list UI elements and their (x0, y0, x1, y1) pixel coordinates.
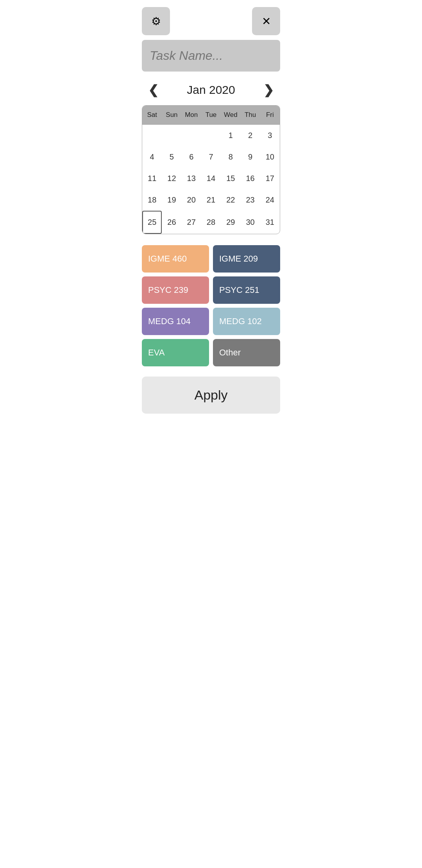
close-button[interactable]: ✕ (252, 7, 280, 35)
calendar-day-cell[interactable]: 26 (162, 211, 181, 234)
gear-icon: ⚙ (151, 15, 161, 28)
calendar-day-cell[interactable]: 24 (260, 189, 280, 211)
calendar-day-cell[interactable]: 23 (240, 189, 260, 211)
calendar-day-cell[interactable]: 13 (182, 168, 201, 189)
calendar-header: SatSunMonTueWedThuFri (142, 106, 280, 125)
category-button-psyc239[interactable]: PSYC 239 (142, 276, 209, 304)
month-navigation: ❮ Jan 2020 ❯ (135, 78, 287, 102)
calendar-day-cell[interactable]: 30 (240, 211, 260, 234)
calendar-empty-cell (142, 125, 162, 146)
calendar-day-header: Fri (260, 106, 280, 124)
calendar-day-cell[interactable]: 8 (221, 146, 240, 168)
month-title: Jan 2020 (187, 83, 235, 97)
calendar-day-cell[interactable]: 4 (142, 146, 162, 168)
settings-button[interactable]: ⚙ (142, 7, 170, 35)
calendar-day-cell[interactable]: 19 (162, 189, 181, 211)
calendar-day-cell[interactable]: 5 (162, 146, 181, 168)
calendar-empty-cell (162, 125, 181, 146)
calendar-day-header: Thu (240, 106, 260, 124)
calendar: SatSunMonTueWedThuFri 123456789101112131… (142, 105, 280, 234)
prev-month-button[interactable]: ❮ (144, 81, 163, 99)
calendar-day-cell[interactable]: 18 (142, 189, 162, 211)
calendar-empty-cell (201, 125, 221, 146)
calendar-day-cell[interactable]: 20 (182, 189, 201, 211)
calendar-day-header: Wed (221, 106, 240, 124)
calendar-day-cell[interactable]: 7 (201, 146, 221, 168)
apply-button[interactable]: Apply (142, 377, 280, 414)
calendar-empty-cell (182, 125, 201, 146)
category-button-medg104[interactable]: MEDG 104 (142, 308, 209, 335)
next-month-button[interactable]: ❯ (259, 81, 278, 99)
calendar-day-cell[interactable]: 1 (221, 125, 240, 146)
calendar-day-cell[interactable]: 16 (240, 168, 260, 189)
calendar-day-cell[interactable]: 21 (201, 189, 221, 211)
calendar-day-cell[interactable]: 11 (142, 168, 162, 189)
calendar-day-cell[interactable]: 3 (260, 125, 280, 146)
calendar-day-header: Mon (182, 106, 201, 124)
calendar-day-cell[interactable]: 12 (162, 168, 181, 189)
category-button-psyc251[interactable]: PSYC 251 (213, 276, 280, 304)
category-button-medg102[interactable]: MEDG 102 (213, 308, 280, 335)
calendar-day-cell[interactable]: 10 (260, 146, 280, 168)
calendar-day-cell[interactable]: 6 (182, 146, 201, 168)
task-name-input[interactable] (142, 40, 280, 72)
calendar-day-cell[interactable]: 29 (221, 211, 240, 234)
calendar-day-cell[interactable]: 27 (182, 211, 201, 234)
category-button-igme209[interactable]: IGME 209 (213, 245, 280, 273)
calendar-day-cell[interactable]: 22 (221, 189, 240, 211)
calendar-day-cell[interactable]: 14 (201, 168, 221, 189)
category-grid: IGME 460IGME 209PSYC 239PSYC 251MEDG 104… (142, 245, 280, 366)
calendar-day-header: Tue (201, 106, 221, 124)
calendar-day-cell[interactable]: 2 (240, 125, 260, 146)
calendar-day-cell[interactable]: 28 (201, 211, 221, 234)
close-icon: ✕ (262, 15, 271, 28)
calendar-day-header: Sat (142, 106, 162, 124)
category-button-igme460[interactable]: IGME 460 (142, 245, 209, 273)
calendar-day-cell[interactable]: 9 (240, 146, 260, 168)
calendar-day-cell[interactable]: 25 (142, 211, 162, 234)
calendar-day-cell[interactable]: 15 (221, 168, 240, 189)
category-button-eva[interactable]: EVA (142, 339, 209, 366)
calendar-day-cell[interactable]: 17 (260, 168, 280, 189)
calendar-day-cell[interactable]: 31 (260, 211, 280, 234)
calendar-grid: 1234567891011121314151617181920212223242… (142, 125, 280, 234)
calendar-day-header: Sun (162, 106, 181, 124)
category-button-other[interactable]: Other (213, 339, 280, 366)
